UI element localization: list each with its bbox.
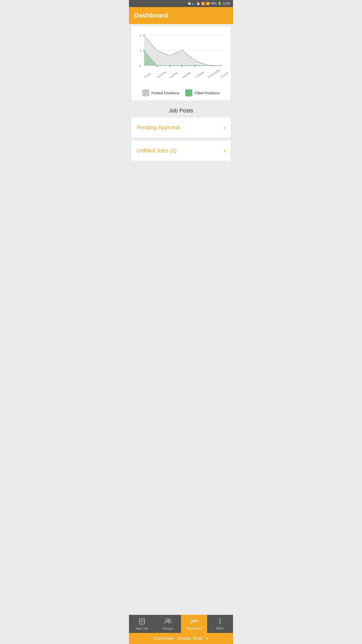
unfilled-jobs-label: Unfilled Jobs (2) — [137, 147, 176, 154]
mute-icon: 🔈 — [192, 2, 195, 5]
svg-text:Tuesday: Tuesday — [195, 70, 205, 79]
legend-posted-label: Posted Positions — [151, 91, 179, 95]
svg-text:Thursday: Thursday — [220, 70, 228, 79]
app-header: Dashboard — [129, 7, 233, 24]
battery-text: 90% — [211, 2, 217, 5]
svg-text:0: 0 — [140, 64, 141, 68]
pending-approval-card[interactable]: Pending Approval › — [131, 117, 231, 138]
svg-point-27 — [194, 59, 196, 62]
unfilled-jobs-chevron: › — [223, 147, 225, 154]
legend-box-posted — [142, 89, 149, 96]
svg-point-29 — [219, 64, 222, 67]
svg-text:Wednesday: Wednesday — [207, 68, 221, 79]
svg-point-24 — [156, 49, 158, 52]
section-title: Job Posts — [129, 103, 233, 117]
svg-point-25 — [168, 54, 171, 57]
chart-container: 2 1 0 Friday Saturday Sunday Monday Tues… — [131, 26, 231, 100]
unfilled-jobs-card[interactable]: Unfilled Jobs (2) › — [131, 141, 231, 161]
svg-text:Monday: Monday — [182, 71, 191, 79]
wifi-icon: 📶 — [201, 2, 205, 5]
svg-text:Sunday: Sunday — [169, 71, 178, 79]
pending-approval-label: Pending Approval — [137, 124, 180, 131]
legend-posted: Posted Positions — [142, 89, 179, 96]
pending-approval-chevron: › — [223, 124, 225, 131]
chart-legend: Posted Positions Filled Positions — [134, 89, 228, 97]
page-title: Dashboard — [134, 12, 168, 19]
alarm-icon: ⏰ — [196, 2, 200, 5]
svg-text:Saturday: Saturday — [156, 70, 167, 79]
bluetooth-icon: ⬢ — [188, 2, 191, 5]
signal-icon: 📶 — [206, 2, 210, 5]
chart-area: 2 1 0 Friday Saturday Sunday Monday Tues… — [134, 30, 228, 86]
legend-filled-label: Filled Positions — [194, 91, 220, 95]
svg-text:Friday: Friday — [144, 72, 152, 79]
svg-point-28 — [207, 64, 209, 66]
legend-box-filled — [185, 89, 192, 96]
svg-point-23 — [143, 34, 146, 37]
battery-icon: 🔋 — [218, 2, 221, 5]
svg-point-26 — [181, 49, 184, 52]
svg-text:1: 1 — [140, 49, 141, 53]
legend-filled: Filled Positions — [185, 89, 220, 96]
svg-text:2: 2 — [140, 34, 141, 37]
status-bar: ⬢ 🔈 ⏰ 📶 📶 90% 🔋 11:20 — [129, 0, 233, 7]
chart-svg: 2 1 0 Friday Saturday Sunday Monday Tues… — [134, 30, 228, 86]
status-icons: ⬢ 🔈 ⏰ 📶 📶 90% 🔋 11:20 — [188, 2, 230, 5]
time-display: 11:20 — [222, 2, 230, 5]
